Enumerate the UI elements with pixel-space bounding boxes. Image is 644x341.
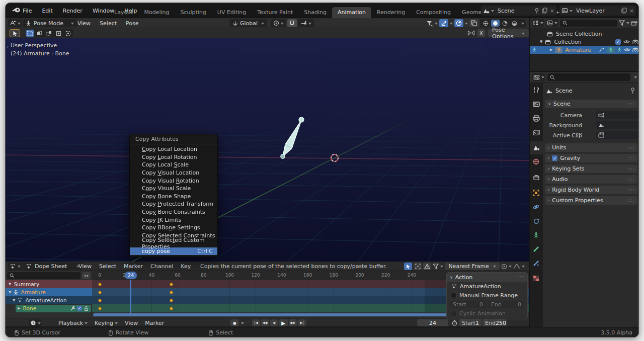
tab-constraints-icon[interactable] — [533, 218, 539, 224]
view-layer-selector[interactable]: ViewLayer × — [559, 6, 636, 16]
keyframe-dot[interactable] — [98, 283, 102, 286]
play-button[interactable]: ▶ — [279, 319, 288, 326]
tab-physics-icon[interactable] — [533, 204, 539, 210]
jump-to-start-button[interactable]: |◀ — [252, 319, 260, 326]
keyframe-dot[interactable] — [170, 307, 173, 310]
editor-type-button[interactable] — [8, 263, 22, 270]
pivot-point-selector[interactable] — [271, 19, 286, 27]
context-menu-item[interactable]: Copy Protected Transform — [130, 200, 217, 208]
transform-orientation-selector[interactable]: Global — [229, 19, 267, 27]
context-menu-item[interactable]: Copy IK Limits — [130, 216, 217, 224]
tab-modeling[interactable]: Modeling — [138, 7, 175, 18]
tab-view-layer-icon[interactable] — [533, 129, 540, 136]
select-box-tool[interactable] — [26, 30, 34, 37]
chevron-down-icon[interactable] — [634, 76, 637, 80]
menu-view[interactable]: View — [125, 320, 138, 326]
shading-rendered-button[interactable] — [510, 20, 519, 27]
end-frame-field[interactable]: End250 — [482, 319, 507, 326]
camera-icon[interactable] — [632, 47, 638, 52]
gizmos-toggle[interactable] — [439, 19, 448, 27]
menu-edit[interactable]: Edit — [42, 8, 52, 14]
background-scene-field[interactable] — [596, 121, 639, 129]
filter-dropdown[interactable] — [433, 264, 443, 269]
disclosure-collapsed-icon[interactable]: ▶ — [550, 48, 552, 52]
menu-select[interactable]: Select — [100, 20, 117, 27]
context-menu-item[interactable]: Copy Selected Custom Properties — [130, 239, 217, 247]
drag-handle-icon[interactable]: ∷∷ — [628, 177, 634, 182]
menu-file[interactable]: File — [23, 8, 32, 14]
dope-sheet-mode-selector[interactable]: Dope Sheet — [23, 263, 83, 270]
blender-logo-icon[interactable] — [12, 7, 21, 14]
jump-to-end-button[interactable]: ▶| — [298, 319, 306, 326]
collection-checkbox[interactable]: ✓ — [615, 39, 621, 45]
sidebar-toggle-icon[interactable]: › — [7, 43, 9, 50]
panel-audio[interactable]: ›Audio ∷∷ — [545, 175, 637, 184]
snap-toggle[interactable] — [287, 19, 297, 27]
drag-handle-icon[interactable]: ∷∷ — [628, 102, 634, 107]
active-tool-cursor-button[interactable] — [10, 29, 20, 37]
pin-icon[interactable] — [534, 8, 539, 14]
tab-armature-data-icon[interactable] — [533, 232, 539, 238]
context-menu-item[interactable]: Copy Visual Scale — [130, 185, 217, 193]
shading-solid-button[interactable] — [491, 20, 500, 27]
pin-icon[interactable] — [630, 88, 635, 94]
tab-compositing[interactable]: Compositing — [411, 7, 456, 18]
shading-material-button[interactable] — [501, 20, 509, 27]
current-frame-badge[interactable]: 24 — [125, 272, 137, 279]
overlays-toggle[interactable] — [454, 19, 463, 27]
keyframe-dot[interactable] — [170, 299, 173, 302]
drag-handle-icon[interactable]: ∷∷ — [519, 275, 524, 280]
disclosure-expanded-icon[interactable]: ▼ — [540, 40, 542, 44]
tab-shading[interactable]: Shading — [298, 7, 332, 18]
tab-output-icon[interactable] — [533, 115, 540, 122]
manual-frame-range-row[interactable]: Manual Frame Range — [447, 291, 527, 300]
menu-view[interactable]: View — [78, 263, 92, 270]
panel-gravity[interactable]: › ✓ Gravity ∷∷ — [545, 154, 637, 162]
close-icon[interactable]: × — [629, 8, 634, 14]
context-menu-item[interactable]: Copy Local Location — [130, 145, 217, 153]
only-selected-toggle[interactable] — [404, 263, 412, 270]
context-menu-item[interactable]: Copy Bone Shape — [130, 193, 217, 201]
camera-icon[interactable] — [632, 39, 638, 44]
menu-marker[interactable]: Marker — [124, 263, 143, 270]
outliner-row-collection[interactable]: ▼ Collection ✓ — [530, 38, 639, 46]
panel-rigid-body-world[interactable]: ›Rigid Body World ∷∷ — [545, 186, 637, 194]
new-data-icon[interactable] — [542, 8, 547, 14]
panel-keying-sets[interactable]: ›Keying Sets ∷∷ — [545, 164, 637, 173]
keyframe-dot[interactable] — [98, 307, 102, 310]
action-name-row[interactable]: AmatureAction — [447, 282, 527, 291]
new-data-icon[interactable] — [621, 8, 627, 14]
keyframe-dot[interactable] — [98, 291, 102, 294]
outliner-filter-dropdown[interactable] — [619, 20, 629, 26]
menu-playback[interactable]: Playback — [58, 320, 88, 326]
end-value[interactable]: 0 — [518, 301, 521, 308]
select-tweak-tool[interactable] — [35, 30, 44, 37]
snap-target-selector[interactable] — [298, 19, 314, 27]
camera-field[interactable] — [596, 111, 639, 119]
context-menu-item[interactable]: Copy Bone Constraints — [130, 208, 217, 216]
tab-bone-icon[interactable] — [533, 246, 539, 252]
menu-marker[interactable]: Marker — [145, 320, 164, 326]
menu-render[interactable]: Render — [63, 8, 83, 14]
tab-rendering[interactable]: Rendering — [371, 7, 411, 18]
context-menu-item[interactable]: Copy BBone Settings — [130, 224, 217, 232]
selectability-filter-dropdown[interactable] — [426, 20, 438, 27]
new-collection-icon[interactable] — [631, 20, 637, 26]
tab-uv-editing[interactable]: UV Editing — [212, 7, 252, 18]
viewport-3d[interactable]: User Perspective (24) Armature : Bone › — [6, 38, 529, 262]
pose-icon[interactable] — [607, 47, 615, 53]
close-icon[interactable]: × — [550, 8, 554, 14]
select-lasso-tool[interactable] — [54, 30, 63, 37]
panel-scene[interactable]: ∨ Scene ∷∷ — [545, 100, 637, 108]
previous-frame-button[interactable]: ◀ — [270, 319, 278, 326]
context-menu-item[interactable]: Copy Local Scale — [130, 161, 217, 169]
action-panel-header[interactable]: ∨ Action ∷∷ — [447, 273, 527, 282]
menu-key[interactable]: Key — [181, 263, 191, 270]
tab-tool-icon[interactable] — [533, 87, 539, 94]
menu-select[interactable]: Select — [99, 263, 116, 270]
cyclic-animation-row[interactable]: Cyclic Animation — [447, 309, 527, 318]
menu-pose[interactable]: Pose — [126, 20, 138, 27]
auto-keying-toggle[interactable]: ● — [230, 319, 239, 326]
tab-bone-constraints-icon[interactable] — [533, 260, 539, 267]
outliner-display-mode[interactable] — [532, 19, 544, 27]
